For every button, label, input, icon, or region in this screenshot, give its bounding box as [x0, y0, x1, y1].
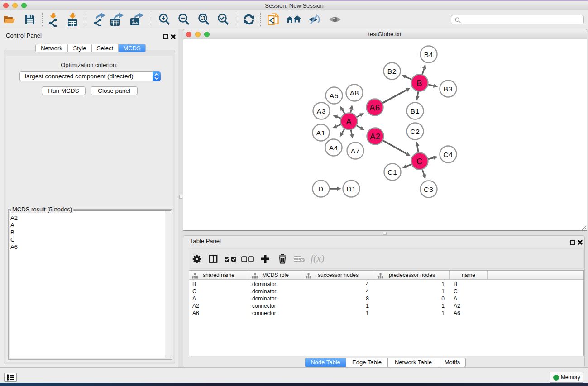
svg-text:D1: D1	[346, 185, 356, 193]
svg-text:B1: B1	[411, 107, 420, 115]
svg-text:C3: C3	[424, 186, 433, 193]
svg-text:A5: A5	[330, 92, 339, 100]
svg-text:A2: A2	[370, 132, 381, 141]
svg-text:C1: C1	[387, 168, 397, 176]
svg-text:A3: A3	[317, 107, 326, 115]
svg-text:C4: C4	[443, 151, 453, 158]
svg-text:B4: B4	[424, 51, 434, 58]
svg-text:C2: C2	[410, 128, 420, 135]
svg-text:A1: A1	[316, 129, 326, 137]
svg-text:B2: B2	[387, 67, 397, 75]
svg-text:A: A	[346, 117, 352, 126]
svg-text:C: C	[416, 157, 423, 166]
svg-text:A6: A6	[369, 103, 380, 112]
svg-text:B3: B3	[444, 85, 453, 93]
svg-text:A8: A8	[350, 89, 359, 97]
svg-text:D: D	[318, 185, 324, 193]
svg-text:A4: A4	[329, 144, 339, 152]
svg-text:A7: A7	[351, 147, 360, 155]
svg-text:B: B	[417, 79, 423, 88]
